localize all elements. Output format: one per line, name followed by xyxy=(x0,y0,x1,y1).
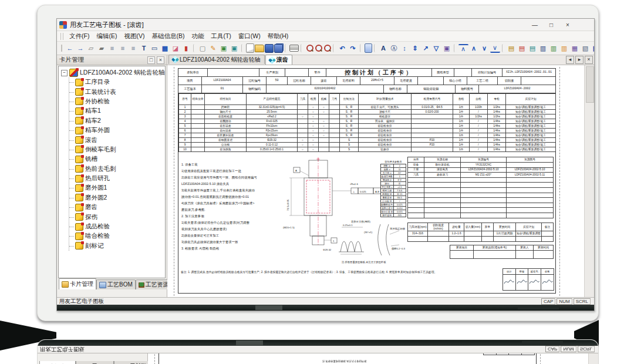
panel-tab[interactable]: 工艺BOM xyxy=(96,279,136,289)
send-back-icon[interactable]: ▰ xyxy=(97,43,107,53)
close-panel-icon[interactable]: × xyxy=(157,56,164,64)
image-tool-icon[interactable]: ▦ xyxy=(160,43,170,53)
delete-col-icon[interactable]: ▥ xyxy=(559,43,569,53)
tab-scroll-left-button[interactable]: ◂ xyxy=(566,56,574,64)
pencil-icon[interactable]: ✎ xyxy=(208,43,218,53)
tree-item[interactable]: 精车2 xyxy=(69,116,165,126)
tree-item[interactable]: 精车1 xyxy=(69,106,165,116)
minimize-button[interactable]: — xyxy=(531,22,539,28)
cell xyxy=(507,198,554,203)
align-right-icon[interactable]: ≡ xyxy=(129,43,139,53)
new-file-icon[interactable] xyxy=(246,43,254,53)
panel-tab[interactable]: 卡片管理 xyxy=(59,278,96,289)
move-up-icon[interactable]: ∧ xyxy=(469,43,479,53)
select-region-icon[interactable]: ▢ xyxy=(198,43,208,53)
bring-front-icon[interactable]: ▱ xyxy=(86,43,96,53)
undo-icon[interactable]: ↶ xyxy=(338,43,348,53)
menu-item[interactable]: 帮助(H) xyxy=(264,32,292,41)
panel-tab[interactable]: 工艺资源 xyxy=(136,279,172,289)
insert-col-icon[interactable]: ▥ xyxy=(549,43,559,53)
close-button[interactable]: × xyxy=(564,22,572,28)
tree-item[interactable]: 刻标记 xyxy=(69,241,165,251)
tree-item[interactable]: 磨外圆2 xyxy=(69,193,165,203)
tab-close-button[interactable]: × xyxy=(585,56,593,64)
scrollbar-thumb[interactable] xyxy=(586,66,594,103)
edit-table-icon[interactable]: ▤ xyxy=(591,43,595,53)
vertical-scrollbar[interactable] xyxy=(584,65,594,297)
collapse-icon[interactable]: − xyxy=(61,70,68,76)
save-all-icon[interactable] xyxy=(274,44,283,53)
circled-a-icon[interactable]: Ⓐ xyxy=(389,43,399,53)
tree-item[interactable]: 铣槽 xyxy=(69,154,165,164)
tree-item[interactable]: 滚齿 xyxy=(69,135,165,144)
align-middle-icon[interactable]: ≡ xyxy=(118,43,128,53)
printer-icon[interactable] xyxy=(289,45,299,52)
document-tab[interactable]: LDFZ100A04-2002 蜗轮齿轮轴 xyxy=(168,55,265,64)
export-image-icon[interactable]: ▣ xyxy=(230,43,240,53)
pin-panel-icon[interactable]: □ xyxy=(147,56,155,64)
info-label: 控制计划编号 xyxy=(472,69,503,77)
menu-item[interactable]: 基础信息(B) xyxy=(148,32,188,41)
fill-color-icon[interactable]: ▮ xyxy=(181,43,191,53)
zoom-in-icon[interactable] xyxy=(305,44,313,52)
symbol-leader-icon[interactable]: ↗ xyxy=(421,43,431,53)
cell xyxy=(298,110,308,114)
zoom-out-icon[interactable] xyxy=(314,44,322,52)
import-image-icon[interactable]: ▣ xyxy=(219,43,229,53)
tree-item[interactable]: 探伤 xyxy=(69,212,165,221)
open-file-icon[interactable] xyxy=(255,45,264,52)
rect-tool-icon[interactable]: ▭ xyxy=(150,43,160,53)
document-tab[interactable]: 滚齿 xyxy=(265,55,292,65)
tree-item[interactable]: 工装统计表 xyxy=(69,87,165,96)
menu-item[interactable]: 功能 xyxy=(188,32,207,41)
callout-icon[interactable]: ▣ xyxy=(442,43,452,53)
document-card-icon[interactable] xyxy=(365,43,372,53)
save-file-icon[interactable] xyxy=(265,44,274,53)
tree-item[interactable]: 倒棱车毛刺 xyxy=(69,145,165,154)
tree-item[interactable]: 外协检验 xyxy=(69,97,165,106)
redo-icon[interactable]: ↷ xyxy=(348,43,358,53)
merge-cells-icon[interactable]: ▦ xyxy=(570,43,580,53)
column-header: 切入量(mm) xyxy=(464,223,482,231)
insert-row-icon[interactable]: ▤ xyxy=(507,43,517,53)
table-row xyxy=(450,251,554,259)
tree-item[interactable]: 磨齿 xyxy=(69,203,165,212)
menu-item[interactable]: 编辑(E) xyxy=(93,32,120,41)
tree-item[interactable]: 热前去毛刺 xyxy=(69,164,165,174)
cell xyxy=(507,163,554,168)
tree-item[interactable]: 工序目录 xyxy=(69,77,165,87)
restore-button[interactable]: □ xyxy=(547,22,555,28)
menu-item[interactable]: 窗口(W) xyxy=(235,32,264,41)
document-canvas[interactable]: 承制单位 生产类别 零件 控制计划（工序卡） 图纸类型 控制计划编号 XZJh.… xyxy=(167,65,594,297)
menu-item[interactable]: 工具(T) xyxy=(207,32,234,41)
symbol-updown-icon[interactable]: ↕ xyxy=(400,43,410,53)
symbol-datum-icon[interactable]: ▽ xyxy=(431,43,441,53)
align-left-icon[interactable]: ≡ xyxy=(107,43,117,53)
tree-item[interactable]: 热后研孔 xyxy=(69,174,165,183)
tree-item[interactable]: 磨外圆1 xyxy=(69,183,165,193)
tree-item[interactable]: 精车外圆 xyxy=(69,126,165,135)
card-props-icon[interactable]: ▥ xyxy=(538,43,548,53)
tree-item[interactable]: 成品检验 xyxy=(69,222,165,231)
back-icon[interactable]: ← xyxy=(65,43,75,53)
menu-item[interactable]: 文件(F) xyxy=(66,32,93,41)
text-tool-icon[interactable]: T xyxy=(139,43,149,53)
menu-item[interactable]: 视图(V) xyxy=(120,32,148,41)
font-a-icon[interactable]: A xyxy=(379,43,389,53)
cell: 知会/调机/重新调整/返工 xyxy=(506,129,556,133)
tree-root-item[interactable]: − LDFZ100A04-2002 蜗轮齿轮轴 xyxy=(61,68,165,77)
symbol-swap-icon[interactable]: ⇕ xyxy=(410,43,420,53)
zoom-fit-icon[interactable] xyxy=(323,44,331,52)
card-manager-panel: 卡片管理 □× − LDFZ100A04-2002 蜗轮齿轮轴 xyxy=(57,55,167,297)
copy-row-icon[interactable]: ▤ xyxy=(528,43,538,53)
cell xyxy=(507,183,554,188)
delete-row-icon[interactable]: ▤ xyxy=(517,43,527,53)
forward-icon[interactable]: → xyxy=(76,43,86,53)
tree-item[interactable]: 啮合检验 xyxy=(69,231,165,241)
split-cells-icon[interactable]: ▧ xyxy=(581,43,591,53)
tab-scroll-right-button[interactable]: ▸ xyxy=(575,56,584,64)
move-bottom-icon[interactable]: ∨ xyxy=(490,44,500,53)
move-top-icon[interactable]: ∧ xyxy=(458,44,468,53)
move-down-icon[interactable]: ∨ xyxy=(480,43,490,53)
eraser-icon[interactable]: ◪ xyxy=(171,43,181,53)
